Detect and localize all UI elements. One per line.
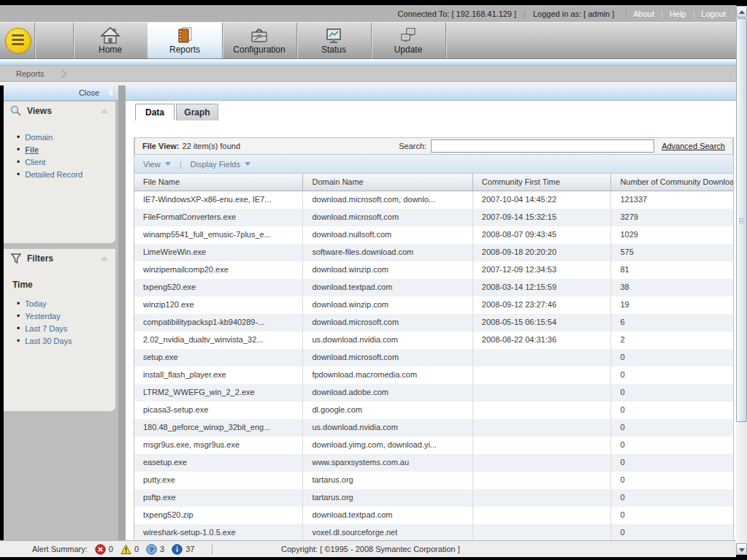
advanced-search-link[interactable]: Advanced Search <box>662 142 725 150</box>
table-cell: 0 <box>611 489 733 507</box>
table-cell: IE7-WindowsXP-x86-enu.exe, IE7... <box>134 191 303 209</box>
tab-graph[interactable]: Graph <box>176 104 218 120</box>
logged-in-as: Logged in as: [ admin ] <box>533 9 614 18</box>
table-cell: software-files.download.com <box>303 244 472 261</box>
column-header-downloads[interactable]: Number of Community Downloads <box>611 174 733 191</box>
arrow-down-icon <box>739 548 745 552</box>
table-cell <box>473 489 612 507</box>
table-row[interactable]: LimeWireWin.exesoftware-files.download.c… <box>134 244 733 261</box>
table-cell <box>473 507 612 524</box>
dropdown-arrow-icon <box>245 162 250 166</box>
data-grid: File View: 22 item(s) found Search: Adva… <box>134 137 734 540</box>
table-cell: 2008-09-18 20:20:20 <box>473 244 612 261</box>
view-link[interactable]: Domain <box>25 133 53 142</box>
table-cell: 0 <box>611 367 733 384</box>
bullet-icon: • <box>17 132 20 142</box>
table-cell: us.download.nvidia.com <box>303 419 472 437</box>
table-cell: 2007-12-09 12:34:53 <box>473 261 612 279</box>
table-cell: 19 <box>611 296 733 314</box>
filter-link[interactable]: Yesterday <box>25 312 61 321</box>
vertical-scrollbar[interactable] <box>736 6 747 555</box>
table-cell: 6 <box>611 314 733 331</box>
table-cell <box>473 454 612 472</box>
table-row[interactable]: msgr9us.exe, msgr9us.exedownload.yimg.co… <box>134 437 733 454</box>
view-menu-button[interactable]: View <box>143 160 161 169</box>
table-cell: download.microsoft.com <box>303 314 472 331</box>
table-cell: 1029 <box>611 226 733 244</box>
table-row[interactable]: psftp.exetartarus.org0 <box>134 489 733 507</box>
warning-icon <box>120 544 131 555</box>
scrollbar-grip <box>739 218 744 224</box>
table-row[interactable]: install_flash_player.exefpdownload.macro… <box>134 367 733 384</box>
column-header-domain-name[interactable]: Domain Name <box>303 174 472 191</box>
menu-button[interactable] <box>5 28 31 54</box>
svg-text:?: ? <box>150 545 154 553</box>
table-row[interactable]: compatibilitypacksp1-kb940289-...downloa… <box>134 314 733 331</box>
table-row[interactable]: 180.48_geforce_winxp_32bit_eng...us.down… <box>134 419 733 437</box>
nav-tab-update[interactable]: Update <box>371 23 445 58</box>
scrollbar-thumb[interactable] <box>736 18 747 422</box>
table-cell: 0 <box>611 524 733 540</box>
sidebar: Close Views •Domain•File•Client•Detailed… <box>4 85 118 540</box>
nav-tab-home[interactable]: Home <box>73 23 148 58</box>
column-header-community-first-time[interactable]: Community First Time <box>473 174 612 191</box>
sidebar-view-item: •Detailed Record <box>4 168 115 180</box>
table-cell: 0 <box>611 384 733 402</box>
help-link[interactable]: Help <box>670 9 686 18</box>
bullet-icon: • <box>17 299 20 309</box>
filters-panel-header: Filters <box>4 249 115 268</box>
table-cell: download.microsoft.com <box>303 349 472 367</box>
filter-link[interactable]: Last 7 Days <box>25 324 67 333</box>
display-fields-menu-button[interactable]: Display Fields <box>191 160 240 169</box>
table-row[interactable]: txpeng520.zipdownload.textpad.com0 <box>134 507 733 524</box>
table-row[interactable]: easetup.exewww.sparxsystems.com.au0 <box>134 454 733 472</box>
table-cell: setup.exe <box>134 349 303 367</box>
table-row[interactable]: winzip120.exedownload.winzip.com2008-09-… <box>134 296 733 314</box>
main-content: Data Graph File View: 22 item(s) found S… <box>126 85 736 540</box>
view-link[interactable]: Client <box>25 158 45 166</box>
table-cell: install_flash_player.exe <box>134 367 303 384</box>
sidebar-close-button[interactable]: Close <box>4 85 118 101</box>
table-row[interactable]: wireshark-setup-1.0.5.exevoxel.dl.source… <box>134 524 733 540</box>
table-cell: tartarus.org <box>303 489 472 507</box>
table-row[interactable]: LTRM2_WWEFG_win_2_2.exedownload.adobe.co… <box>134 384 733 402</box>
collapse-up-icon[interactable] <box>101 109 108 113</box>
tab-data[interactable]: Data <box>135 104 175 120</box>
nav-tab-status[interactable]: Status <box>296 23 371 58</box>
table-row[interactable]: FileFormatConverters.exedownload.microso… <box>134 209 733 226</box>
table-row[interactable]: setup.exedownload.microsoft.com0 <box>134 349 733 367</box>
logout-link[interactable]: Logout <box>701 9 726 18</box>
table-row[interactable]: putty.exetartarus.org0 <box>134 472 733 489</box>
divider <box>212 544 212 555</box>
column-header-file-name[interactable]: File Name <box>134 174 303 191</box>
filter-link[interactable]: Today <box>25 299 46 308</box>
table-cell <box>473 437 612 454</box>
scroll-up-button[interactable] <box>736 6 747 18</box>
table-row[interactable]: picasa3-setup.exedl.google.com0 <box>134 402 733 419</box>
table-row[interactable]: winamp5541_full_emusic-7plus_e...downloa… <box>134 226 733 244</box>
view-link[interactable]: File <box>25 145 39 154</box>
table-cell <box>473 402 612 419</box>
scroll-down-button[interactable] <box>736 543 747 555</box>
sidebar-view-item: •Client <box>4 156 115 168</box>
view-link[interactable]: Detailed Record <box>25 170 83 179</box>
search-input[interactable] <box>431 139 654 153</box>
about-link[interactable]: About <box>633 9 654 18</box>
table-cell: txpeng520.exe <box>134 279 303 296</box>
home-icon <box>73 26 148 46</box>
table-row[interactable]: winzipemailcomp20.exedownload.winzip.com… <box>134 261 733 279</box>
filter-icon <box>9 252 23 265</box>
table-row[interactable]: txpeng520.exedownload.textpad.com2008-03… <box>134 279 733 296</box>
table-cell: 0 <box>611 437 733 454</box>
filter-link[interactable]: Last 30 Days <box>25 337 72 345</box>
breadcrumb[interactable]: Reports <box>16 69 45 78</box>
table-row[interactable]: IE7-WindowsXP-x86-enu.exe, IE7...downloa… <box>134 191 733 209</box>
question-icon: ? <box>146 544 157 555</box>
separator: | <box>180 160 182 169</box>
nav-tab-configuration[interactable]: Configuration <box>222 23 296 58</box>
table-row[interactable]: 2.02_nvidia_dualtv_winvista_32...us.down… <box>134 331 733 349</box>
table-cell: psftp.exe <box>134 489 303 507</box>
nav-tab-reports[interactable]: Reports <box>148 23 222 58</box>
sidebar-filter-item: •Today <box>4 297 115 310</box>
collapse-up-icon[interactable] <box>101 256 108 261</box>
